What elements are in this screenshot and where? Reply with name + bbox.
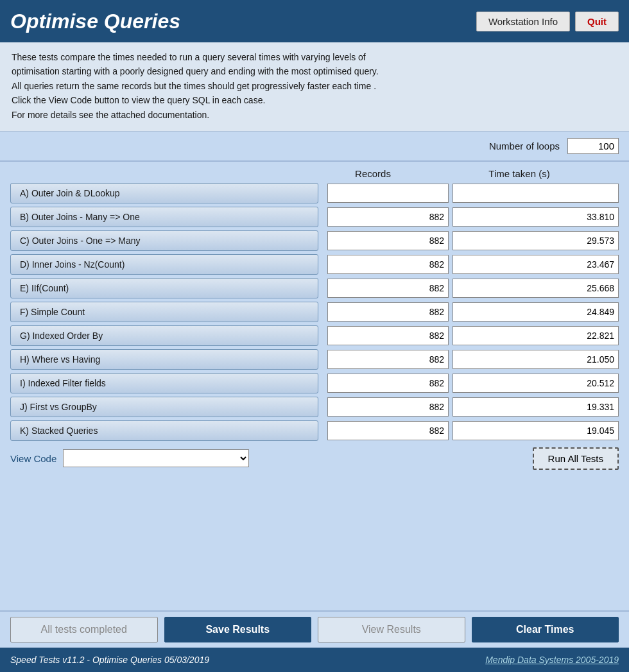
query-button-a[interactable]: A) Outer Join & DLookup [10, 183, 318, 203]
all-tests-completed-button[interactable]: All tests completed [10, 617, 158, 642]
query-row: I) Indexed Filter fields [10, 373, 619, 393]
loops-label: Number of loops [489, 141, 560, 151]
records-input-f[interactable] [327, 302, 449, 322]
time-input-j[interactable] [452, 397, 619, 417]
view-code-select[interactable]: A) Outer Join & DLookupB) Outer Joins - … [63, 449, 249, 467]
records-input-a[interactable] [327, 184, 449, 203]
query-row: B) Outer Joins - Many => One [10, 207, 619, 227]
query-button-d[interactable]: D) Inner Joins - Nz(Count) [10, 254, 318, 275]
main-content: Records Time taken (s) A) Outer Join & D… [0, 162, 629, 610]
time-input-d[interactable] [452, 255, 619, 274]
status-bar: Speed Tests v11.2 - Optimise Queries 05/… [0, 648, 629, 672]
query-button-k[interactable]: K) Stacked Queries [10, 420, 318, 441]
records-input-g[interactable] [327, 326, 449, 345]
records-input-b[interactable] [327, 207, 449, 227]
query-button-h[interactable]: H) Where vs Having [10, 349, 318, 370]
records-column-header: Records [325, 168, 421, 179]
records-input-c[interactable] [327, 231, 449, 250]
clear-times-button[interactable]: Clear Times [472, 617, 619, 642]
description-area: These tests compare the times needed to … [0, 42, 629, 132]
query-button-i[interactable]: I) Indexed Filter fields [10, 373, 318, 393]
query-button-c[interactable]: C) Outer Joins - One => Many [10, 230, 318, 251]
header-button-group: Workstation Info Quit [476, 12, 619, 31]
query-row: H) Where vs Having [10, 349, 619, 370]
query-row: E) IIf(Count) [10, 278, 619, 298]
query-button-f[interactable]: F) Simple Count [10, 302, 318, 322]
quit-button[interactable]: Quit [575, 12, 619, 31]
records-input-e[interactable] [327, 279, 449, 298]
time-input-h[interactable] [452, 350, 619, 369]
query-button-e[interactable]: E) IIf(Count) [10, 278, 318, 298]
view-results-button[interactable]: View Results [318, 617, 465, 642]
query-row: D) Inner Joins - Nz(Count) [10, 254, 619, 275]
records-input-d[interactable] [327, 255, 449, 274]
records-input-h[interactable] [327, 350, 449, 369]
query-row: J) First vs GroupBy [10, 397, 619, 417]
query-row: G) Indexed Order By [10, 325, 619, 346]
query-button-g[interactable]: G) Indexed Order By [10, 325, 318, 346]
time-input-a[interactable] [452, 184, 619, 203]
time-input-c[interactable] [452, 231, 619, 250]
query-row: C) Outer Joins - One => Many [10, 230, 619, 251]
records-input-i[interactable] [327, 374, 449, 393]
view-code-label: View Code [10, 453, 56, 464]
time-input-g[interactable] [452, 326, 619, 345]
loops-input[interactable] [567, 138, 619, 154]
records-input-k[interactable] [327, 421, 449, 440]
run-all-tests-button[interactable]: Run All Tests [533, 447, 619, 470]
query-button-j[interactable]: J) First vs GroupBy [10, 397, 318, 417]
query-row: K) Stacked Queries [10, 420, 619, 441]
time-input-f[interactable] [452, 302, 619, 322]
query-button-b[interactable]: B) Outer Joins - Many => One [10, 207, 318, 227]
footer-buttons: All tests completed Save Results View Re… [0, 610, 629, 648]
save-results-button[interactable]: Save Results [164, 617, 312, 642]
app-title: Optimise Queries [10, 10, 180, 33]
column-headers: Records Time taken (s) [10, 168, 619, 179]
query-row: A) Outer Join & DLookup [10, 183, 619, 203]
view-code-row: View Code A) Outer Join & DLookupB) Oute… [10, 447, 619, 470]
time-input-i[interactable] [452, 374, 619, 393]
description-text: These tests compare the times needed to … [12, 52, 379, 120]
status-right: Mendip Data Systems 2005-2019 [485, 655, 619, 665]
time-input-e[interactable] [452, 279, 619, 298]
time-input-b[interactable] [452, 207, 619, 227]
records-input-j[interactable] [327, 397, 449, 417]
loops-row: Number of loops [0, 132, 629, 162]
query-row: F) Simple Count [10, 302, 619, 322]
query-rows-container: A) Outer Join & DLookupB) Outer Joins - … [10, 183, 619, 441]
time-input-k[interactable] [452, 421, 619, 440]
workstation-info-button[interactable]: Workstation Info [476, 12, 570, 31]
time-column-header: Time taken (s) [421, 168, 617, 179]
app-header: Optimise Queries Workstation Info Quit [0, 0, 629, 42]
status-left: Speed Tests v11.2 - Optimise Queries 05/… [10, 655, 209, 665]
